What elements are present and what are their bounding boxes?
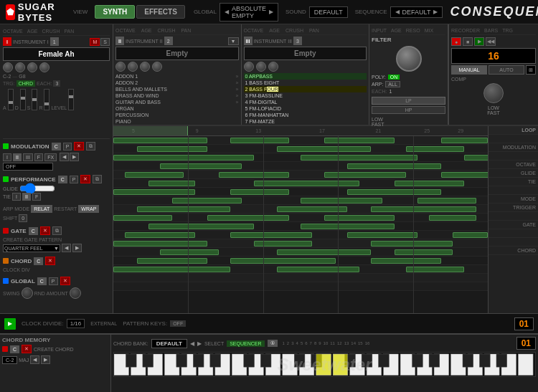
preset-4[interactable]: 4 FM-DIGITAL: [244, 99, 367, 105]
seq-c[interactable]: C: [52, 143, 61, 150]
grid-row-14[interactable]: [113, 257, 488, 265]
seq-pat4[interactable]: F: [34, 153, 43, 161]
gate-prev[interactable]: ◀: [62, 244, 71, 252]
note-block[interactable]: [207, 215, 289, 221]
gate-feel-box[interactable]: QUARTER FEEL ▼: [3, 244, 60, 252]
note-block[interactable]: [406, 267, 465, 272]
grid-row-4[interactable]: [113, 171, 488, 179]
filter-cutoff-knob[interactable]: [396, 46, 422, 72]
note-block[interactable]: [113, 215, 172, 221]
note-block[interactable]: [441, 138, 488, 143]
grid-row-8[interactable]: [113, 205, 488, 214]
perf-p-btn[interactable]: P: [70, 176, 79, 183]
gate-feel-arrow[interactable]: ▼: [54, 246, 59, 251]
note-block[interactable]: [301, 155, 417, 161]
comp-knob[interactable]: [483, 83, 504, 103]
preset-6[interactable]: 6 FM-MANHATTAN: [244, 112, 367, 118]
effects-tab[interactable]: EFFECTS: [136, 5, 185, 19]
chord-c2-btn[interactable]: C-2: [2, 356, 17, 364]
gate-next[interactable]: ▶: [72, 244, 82, 252]
rec-grid-btn[interactable]: ⊞: [526, 65, 536, 75]
perf-x[interactable]: ✕: [80, 175, 90, 183]
inst2-name[interactable]: Empty: [115, 47, 239, 60]
chord-slot-1[interactable]: 1: [282, 341, 285, 345]
chord-x-btn[interactable]: ✕: [22, 345, 32, 353]
cat-addon1[interactable]: ADDON 1 »: [115, 73, 239, 80]
piano-keyboard[interactable]: Sweetwater: [113, 352, 536, 377]
note-block[interactable]: [371, 241, 453, 247]
note-block[interactable]: [230, 138, 289, 143]
preset-5[interactable]: 5 FM-LOFIACID: [244, 105, 367, 112]
global-value-box[interactable]: ◀ ABSOLUTE EMPTY ▶: [220, 3, 278, 21]
chord-slot-12[interactable]: 12: [336, 341, 343, 345]
note-block[interactable]: [324, 215, 395, 221]
sound-value-box[interactable]: DEFAULT: [309, 6, 348, 18]
chord-prev-btn[interactable]: ◀: [30, 355, 39, 364]
arp-relat[interactable]: RELAT: [31, 205, 52, 213]
global-prev[interactable]: ◀: [225, 9, 229, 15]
preset-1[interactable]: 1 BASS EIGHT: [244, 80, 367, 86]
note-block[interactable]: [277, 206, 347, 212]
poly-value[interactable]: ON: [388, 75, 400, 80]
inst1-mute[interactable]: M: [90, 38, 100, 46]
seq-num-badge[interactable]: ①: [268, 340, 278, 347]
chord-slot-8[interactable]: 8: [313, 341, 317, 345]
seq-copy[interactable]: ⧉: [86, 142, 95, 150]
note-block[interactable]: [371, 206, 476, 212]
chord-bank-value[interactable]: DEFAULT: [151, 339, 187, 348]
external-label[interactable]: EXTERNAL: [90, 321, 117, 326]
seq-grid-body[interactable]: [113, 136, 488, 313]
note-block[interactable]: [113, 138, 207, 143]
note-block[interactable]: [219, 172, 289, 178]
chord-slot-16[interactable]: 16: [364, 341, 371, 345]
grid-row-12[interactable]: [113, 239, 488, 248]
grid-row-9[interactable]: [113, 214, 488, 222]
grid-row-17[interactable]: [113, 282, 488, 291]
adsr-sustain[interactable]: [32, 89, 37, 110]
grid-row-15[interactable]: [113, 265, 488, 274]
seq-pat5[interactable]: FX: [44, 153, 57, 161]
note-block[interactable]: [395, 181, 465, 186]
chord-x[interactable]: ✕: [45, 257, 55, 265]
note-block[interactable]: [230, 258, 336, 264]
chord-bank-next[interactable]: ▶: [197, 340, 202, 347]
note-block[interactable]: [148, 224, 254, 229]
adsr-attack[interactable]: [8, 89, 14, 110]
inst1-trg-value[interactable]: CHRD: [16, 80, 35, 87]
note-block[interactable]: [371, 258, 441, 264]
note-block[interactable]: [324, 138, 395, 143]
inst1-name[interactable]: Female Ah: [3, 47, 110, 61]
inst3-knob3[interactable]: [268, 62, 278, 72]
seq-next-btn[interactable]: ▶: [70, 153, 79, 161]
cat-perc[interactable]: PERCUSSION: [115, 112, 239, 118]
cat-piano[interactable]: PIANO: [115, 118, 239, 125]
inst3-knob1[interactable]: [244, 62, 254, 72]
note-block[interactable]: [137, 206, 231, 212]
seq-pat3[interactable]: III: [23, 153, 33, 161]
note-block[interactable]: [254, 181, 359, 186]
note-block[interactable]: [113, 267, 230, 272]
global-p[interactable]: P: [49, 277, 58, 285]
inst3-knob2[interactable]: [256, 62, 266, 72]
perf-copy[interactable]: ⧉: [93, 175, 102, 183]
chord-slot-14[interactable]: 14: [350, 341, 357, 345]
inst2-knob1[interactable]: [115, 62, 126, 72]
note-block[interactable]: [113, 155, 254, 161]
note-block[interactable]: [277, 249, 371, 255]
restart-value[interactable]: WRAP: [78, 205, 99, 213]
chord-slot-3[interactable]: 3: [291, 341, 294, 345]
note-block[interactable]: [406, 146, 465, 152]
tie-btn3[interactable]: F: [32, 193, 41, 201]
cat-brass[interactable]: BRASS AND WIND »: [115, 92, 239, 99]
note-block[interactable]: [137, 146, 207, 152]
grid-row-7[interactable]: [113, 196, 488, 205]
note-block[interactable]: [137, 258, 207, 264]
level-fader[interactable]: [68, 89, 74, 110]
seq-off-dropdown[interactable]: OFF: [3, 163, 53, 171]
global-x[interactable]: ✕: [60, 277, 70, 285]
arp-filter-value[interactable]: ALL: [385, 81, 400, 87]
inst2-knob4[interactable]: [152, 62, 162, 72]
note-block[interactable]: [113, 189, 195, 195]
filter-lp-btn[interactable]: LP: [372, 97, 445, 105]
grid-row-11[interactable]: [113, 231, 488, 239]
